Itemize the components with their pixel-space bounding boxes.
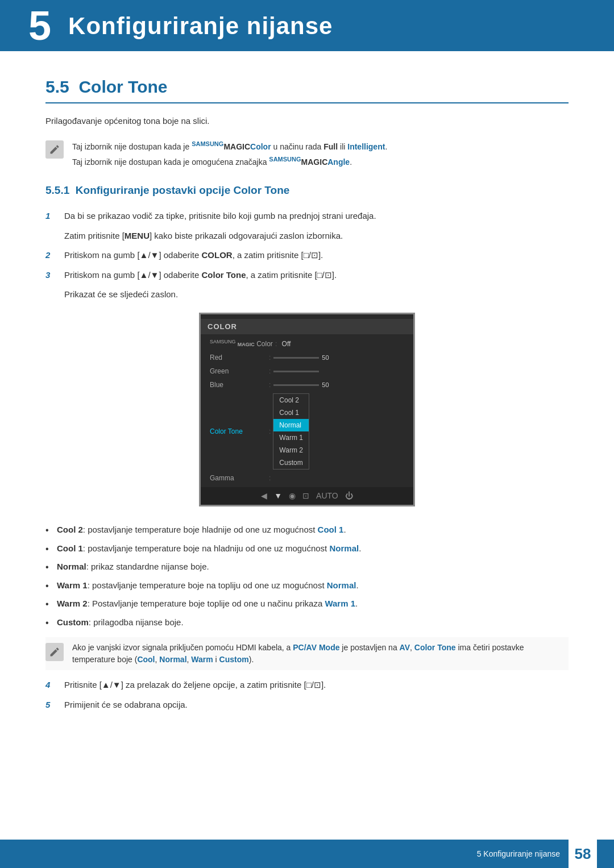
step-text-2: Pritiskom na gumb [▲/▼] odaberite COLOR,… xyxy=(64,249,323,262)
menu-items: SAMSUNG MAGIC Color : Off Red : xyxy=(201,334,413,487)
menu-title: COLOR xyxy=(201,319,413,335)
note-box: Taj izbornik nije dostupan kada je SAMSU… xyxy=(45,139,569,168)
monitor-icon-power: ⏻ xyxy=(345,490,353,502)
step-3-sub: Prikazat će se sljedeći zaslon. xyxy=(64,288,569,301)
step-5: 5 Primijenit će se odabrana opcija. xyxy=(45,699,569,712)
step-text-5: Primijenit će se odabrana opcija. xyxy=(64,699,188,712)
step-number-3: 3 xyxy=(45,269,61,282)
menu-item-red: Red : 50 xyxy=(201,351,413,364)
menu-item-gamma: Gamma : xyxy=(201,471,413,485)
intro-text: Prilagođavanje općenitog tona boje na sl… xyxy=(45,115,569,128)
note-icon xyxy=(45,140,64,159)
note-line-1: Taj izbornik nije dostupan kada je SAMSU… xyxy=(72,139,387,153)
monitor-bottom-bar: ◀ ▼ ◉ ⊡ AUTO ⏻ xyxy=(201,487,413,505)
step-number-1: 1 xyxy=(45,210,61,223)
menu-item-blue-value: 50 xyxy=(273,380,329,390)
header-title: Konfiguriranje nijanse xyxy=(68,8,333,44)
step-1-sub: Zatim pritisnite [MENU] kako biste prika… xyxy=(64,230,569,243)
menu-item-green-value xyxy=(273,371,322,372)
dropdown-cool1: Cool 1 xyxy=(273,406,309,419)
term-normal: Normal xyxy=(57,562,86,571)
step-text-3: Pritiskom na gumb [▲/▼] odaberite Color … xyxy=(64,269,337,282)
menu-item-magic-color-value: Off xyxy=(280,339,291,349)
term-warm1: Warm 1 xyxy=(57,580,88,590)
menu-item-color-tone: Color Tone : Cool 2 Cool 1 Normal Warm 1… xyxy=(201,392,413,471)
av-note-text: Ako je vanjski izvor signala priključen … xyxy=(72,642,569,666)
av-note-box: Ako je vanjski izvor signala priključen … xyxy=(45,637,569,670)
list-item-custom: Custom: prilagodba nijanse boje. xyxy=(45,616,569,629)
note-lines: Taj izbornik nije dostupan kada je SAMSU… xyxy=(72,139,387,168)
step-number-4: 4 xyxy=(45,679,61,692)
term-custom: Custom xyxy=(57,617,89,627)
monitor-screen: COLOR SAMSUNG MAGIC Color : Off xyxy=(199,313,415,507)
list-item-normal: Normal: prikaz standardne nijanse boje. xyxy=(45,560,569,574)
section-title: 5.5 Color Tone xyxy=(45,74,569,103)
note-line-2: Taj izbornik nije dostupan kada je omogu… xyxy=(72,155,387,168)
term-warm2: Warm 2 xyxy=(57,599,88,608)
step-text-4: Pritisnite [▲/▼] za prelazak do željene … xyxy=(64,679,326,692)
pencil-icon xyxy=(49,144,60,155)
dropdown-custom: Custom xyxy=(273,456,309,469)
dropdown-cool2: Cool 2 xyxy=(273,394,309,406)
menu-item-green: Green : xyxy=(201,364,413,378)
menu-item-magic-color-label: SAMSUNG MAGIC Color xyxy=(210,338,273,349)
menu-item-red-value: 50 xyxy=(273,353,329,363)
page-header: 5 Konfiguriranje nijanse xyxy=(0,0,614,51)
monitor-screenshot: COLOR SAMSUNG MAGIC Color : Off xyxy=(45,313,569,507)
step-3: 3 Pritiskom na gumb [▲/▼] odaberite Colo… xyxy=(45,269,569,282)
av-note-icon xyxy=(45,643,64,661)
monitor-icon-4: ⊡ xyxy=(302,490,309,502)
list-item-warm2: Warm 2: Postavljanje temperature boje to… xyxy=(45,597,569,610)
menu-item-gamma-label: Gamma xyxy=(210,473,267,483)
monitor-menu: COLOR SAMSUNG MAGIC Color : Off xyxy=(201,314,413,505)
term-cool2: Cool 2 xyxy=(57,525,83,534)
menu-item-color-tone-label: Color Tone xyxy=(210,426,267,437)
step-number-2: 2 xyxy=(45,249,61,262)
term-cool1: Cool 1 xyxy=(57,543,83,553)
page-footer: 5 Konfiguriranje nijanse 58 xyxy=(0,840,614,868)
list-item-warm1: Warm 1: postavljanje temperature boje na… xyxy=(45,579,569,592)
dropdown-warm2: Warm 2 xyxy=(273,444,309,456)
main-content: 5.5 Color Tone Prilagođavanje općenitog … xyxy=(0,51,614,763)
monitor-icon-auto: AUTO xyxy=(316,490,338,502)
step-4: 4 Pritisnite [▲/▼] za prelazak do željen… xyxy=(45,679,569,692)
chapter-number: 5 xyxy=(23,5,57,46)
monitor-icon-1: ◀ xyxy=(261,490,267,502)
step-1: 1 Da bi se prikazao vodič za tipke, prit… xyxy=(45,210,569,223)
menu-item-blue: Blue : 50 xyxy=(201,378,413,392)
page-number: 58 xyxy=(569,840,597,868)
options-list: Cool 2: postavljanje temperature boje hl… xyxy=(45,524,569,629)
dropdown-normal-selected: Normal xyxy=(273,419,309,431)
menu-item-magic-color: SAMSUNG MAGIC Color : Off xyxy=(201,337,413,351)
dropdown-warm1: Warm 1 xyxy=(273,431,309,444)
menu-item-color-tone-container: Color Tone : Cool 2 Cool 1 Normal Warm 1… xyxy=(201,392,413,471)
pencil-icon-2 xyxy=(49,646,60,658)
subsection-title: 5.5.1 Konfiguriranje postavki opcije Col… xyxy=(45,182,569,199)
step-2: 2 Pritiskom na gumb [▲/▼] odaberite COLO… xyxy=(45,249,569,262)
monitor-icon-2: ▼ xyxy=(274,490,282,502)
step-text-1: Da bi se prikazao vodič za tipke, pritis… xyxy=(64,210,376,223)
list-item-cool2: Cool 2: postavljanje temperature boje hl… xyxy=(45,524,569,537)
step-number-5: 5 xyxy=(45,699,61,712)
monitor-icon-3: ◉ xyxy=(289,490,296,502)
list-item-cool1: Cool 1: postavljanje temperature boje na… xyxy=(45,542,569,555)
footer-text: 5 Konfiguriranje nijanse xyxy=(477,848,560,860)
menu-item-blue-label: Blue xyxy=(210,380,267,390)
menu-item-red-label: Red xyxy=(210,352,267,363)
menu-item-green-label: Green xyxy=(210,366,267,376)
